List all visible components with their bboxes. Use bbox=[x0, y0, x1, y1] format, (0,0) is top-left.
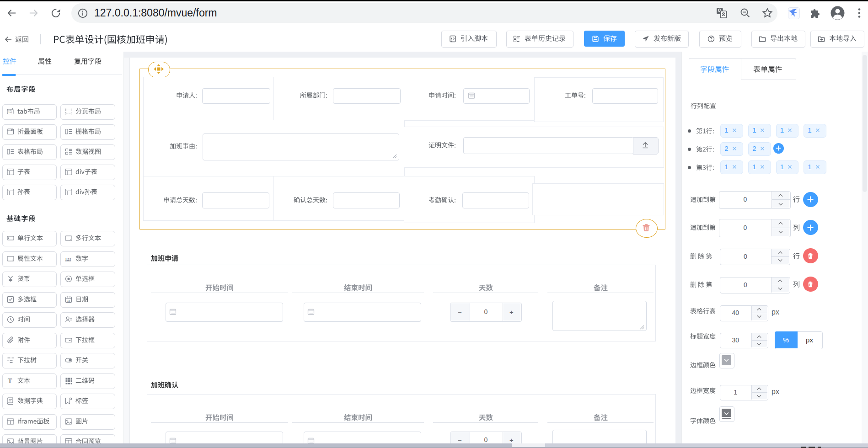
svg-text:123: 123 bbox=[65, 256, 71, 261]
svg-text:TAB: TAB bbox=[8, 112, 12, 114]
svg-text:T: T bbox=[8, 378, 12, 384]
svg-text:15: 15 bbox=[67, 299, 70, 302]
